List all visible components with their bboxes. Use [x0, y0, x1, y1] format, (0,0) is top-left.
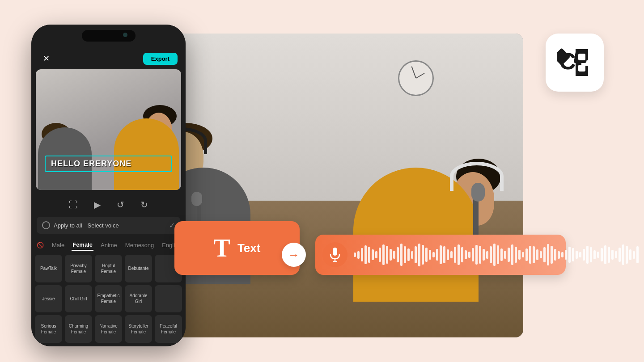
phone-header: ✕ Export — [31, 48, 186, 69]
wave-bar — [372, 249, 374, 260]
voice-storyteller-female[interactable]: Storyteller Female — [125, 315, 152, 343]
wave-bar — [465, 250, 467, 259]
wave-bar — [500, 248, 503, 261]
wave-bar — [615, 251, 617, 258]
undo-icon[interactable]: ↺ — [117, 199, 124, 210]
tab-none[interactable]: 🚫 — [36, 240, 45, 250]
wave-bar — [490, 246, 492, 263]
mic-icon — [329, 247, 341, 262]
wave-bar — [357, 251, 360, 259]
wave-bar — [368, 247, 370, 263]
wave-bar — [418, 244, 420, 266]
text-to-speech-card: T Text — [174, 221, 300, 275]
wave-bar — [583, 249, 585, 261]
wave-bar — [475, 245, 478, 265]
fullscreen-icon[interactable]: ⛶ — [69, 200, 78, 210]
phone-mockup: ✕ Export — [31, 25, 186, 346]
wave-bar — [432, 252, 435, 258]
confirm-check-icon[interactable]: ✓ — [169, 221, 175, 230]
voice-debutante[interactable]: Debutante — [125, 255, 152, 282]
apply-to-all-row: Apply to all Select voice ✓ — [37, 217, 180, 234]
wave-bar — [400, 244, 402, 265]
tab-female[interactable]: Female — [72, 240, 93, 251]
apply-to-all-label: Apply to all — [54, 222, 82, 229]
wave-bar — [454, 247, 456, 263]
play-icon[interactable]: ▶ — [94, 199, 101, 210]
wave-bar — [436, 249, 438, 261]
main-scene: ✕ Export — [31, 16, 613, 346]
voice-chill-girl[interactable]: Chill Girl — [65, 285, 92, 313]
voice-hopful-female[interactable]: Hopful Female — [95, 255, 122, 282]
wave-bar — [429, 250, 431, 259]
wave-bar — [536, 249, 538, 260]
wave-bar — [554, 249, 556, 261]
wave-bar — [636, 246, 639, 263]
wave-bar — [379, 248, 381, 262]
wave-bar — [440, 245, 442, 265]
voice-pawtalk[interactable]: PawTalk — [35, 255, 62, 282]
wave-bar — [579, 252, 581, 257]
text-label: Text — [237, 241, 261, 255]
wave-bar — [375, 251, 377, 258]
phone-notch — [82, 30, 136, 42]
wave-bar — [411, 251, 413, 259]
wave-bar — [522, 252, 524, 257]
tab-memesong[interactable]: Memesong — [124, 240, 155, 250]
phone-screen: ✕ Export — [31, 25, 186, 346]
wave-bar — [543, 247, 546, 262]
wave-bar — [386, 246, 388, 264]
select-voice-label[interactable]: Select voice — [88, 222, 119, 229]
wave-bar — [486, 251, 488, 259]
wave-bar — [601, 248, 603, 261]
export-button[interactable]: Export — [143, 53, 178, 65]
video-overlay-text: HELLO ERERYONE — [51, 159, 131, 168]
apply-to-all-checkbox[interactable] — [42, 221, 50, 229]
mic-icon-circle — [322, 242, 347, 267]
tab-anime[interactable]: Anime — [100, 240, 118, 250]
wave-bar — [425, 248, 428, 262]
wave-bar — [633, 251, 635, 259]
wave-bar — [504, 251, 506, 259]
video-text-overlay[interactable]: HELLO ERERYONE — [45, 156, 172, 172]
wave-bar — [511, 244, 513, 265]
voice-preachy-female[interactable]: Preachy Female — [65, 255, 92, 282]
wave-bar — [508, 248, 510, 262]
voice-empathetic-female[interactable]: Empathetic Female — [95, 285, 122, 313]
wave-bar — [565, 250, 567, 259]
wave-bar — [611, 250, 614, 260]
wave-bar — [619, 248, 621, 262]
wave-bar — [597, 252, 599, 258]
voice-adorable-girl[interactable]: Adorable Girl — [125, 285, 152, 313]
wave-bar — [483, 249, 485, 261]
wave-bar — [547, 244, 549, 265]
wave-bar — [561, 252, 564, 258]
wave-bar — [568, 247, 571, 263]
wave-bar — [529, 246, 531, 264]
voice-empty2 — [155, 285, 182, 313]
capcut-logo: C — [546, 34, 604, 92]
voice-serious-female[interactable]: Serious Female — [35, 315, 62, 343]
wave-bar — [422, 245, 424, 265]
wave-bar — [364, 245, 367, 265]
voice-jessie[interactable]: Jessie — [35, 285, 62, 313]
wave-bar — [551, 246, 553, 264]
tab-male[interactable]: Male — [51, 240, 65, 250]
capcut-symbol: C — [557, 47, 593, 78]
video-person1 — [38, 92, 96, 190]
wave-bar — [629, 249, 631, 260]
voice-peaceful-female[interactable]: Peaceful Female — [155, 315, 182, 343]
voice-narrative-female[interactable]: Narrative Female — [95, 315, 122, 343]
voice-grid: PawTalk Preachy Female Hopful Female Deb… — [35, 255, 182, 343]
tts-arrow-button[interactable]: → — [282, 243, 306, 267]
wave-bar — [468, 252, 470, 258]
voice-charming-female[interactable]: Charming Female — [65, 315, 92, 343]
wave-bar — [404, 246, 406, 263]
audio-waveform-card — [315, 235, 566, 275]
svg-rect-7 — [578, 65, 585, 72]
close-button[interactable]: ✕ — [39, 52, 53, 65]
wave-bar — [382, 244, 385, 265]
redo-icon[interactable]: ↻ — [140, 199, 148, 210]
wave-bar — [472, 248, 474, 261]
wave-bar — [540, 251, 542, 258]
wave-bar — [608, 247, 610, 263]
